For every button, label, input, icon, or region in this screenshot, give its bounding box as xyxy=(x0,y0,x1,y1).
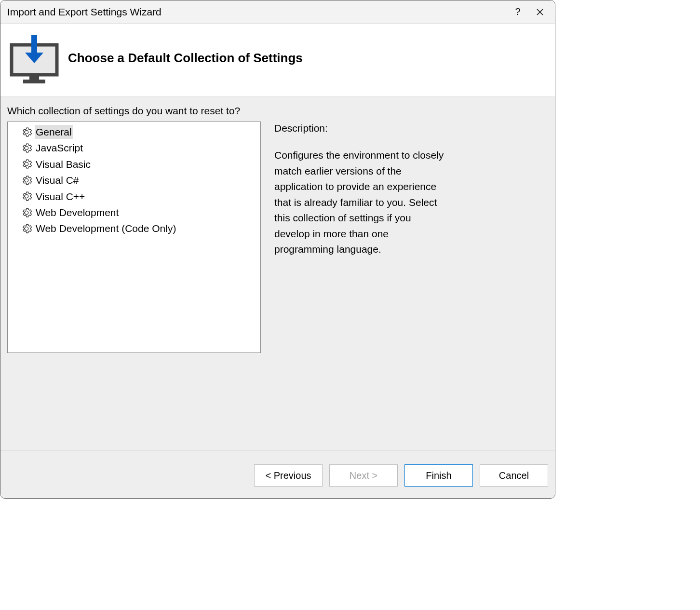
gear-icon xyxy=(21,127,32,137)
close-button[interactable] xyxy=(529,0,551,24)
list-item-visual-basic[interactable]: Visual Basic xyxy=(8,156,260,172)
content-columns: General JavaScript Visual Basic xyxy=(7,122,548,444)
list-item-web-development-code-only[interactable]: Web Development (Code Only) xyxy=(8,220,260,236)
titlebar: Import and Export Settings Wizard ? xyxy=(0,0,555,24)
page-heading: Choose a Default Collection of Settings xyxy=(68,51,303,66)
next-button: Next > xyxy=(329,464,398,487)
finish-button[interactable]: Finish xyxy=(404,464,473,487)
description-panel: Description: Configures the environment … xyxy=(274,122,548,444)
gear-icon xyxy=(21,223,32,234)
gear-icon xyxy=(21,191,32,202)
description-text: Configures the environment to closely ma… xyxy=(274,148,448,258)
wizard-dialog: Import and Export Settings Wizard ? Choo… xyxy=(0,0,555,499)
list-item-visual-csharp[interactable]: Visual C# xyxy=(8,172,260,188)
list-item-label: Web Development xyxy=(35,205,120,219)
list-item-web-development[interactable]: Web Development xyxy=(8,204,260,220)
list-item-general[interactable]: General xyxy=(8,124,260,140)
prompt-text: Which collection of settings do you want… xyxy=(7,105,548,117)
list-item-label: JavaScript xyxy=(35,141,84,155)
wizard-body: Which collection of settings do you want… xyxy=(0,96,555,450)
list-item-label: General xyxy=(35,125,73,139)
gear-icon xyxy=(21,175,32,186)
list-item-label: Visual C# xyxy=(35,173,80,187)
list-item-label: Visual C++ xyxy=(35,190,86,203)
header-icon-wrap xyxy=(0,31,68,84)
cancel-button[interactable]: Cancel xyxy=(480,464,548,487)
gear-icon xyxy=(21,159,32,169)
svg-rect-5 xyxy=(31,35,37,54)
description-title: Description: xyxy=(274,122,548,134)
help-button[interactable]: ? xyxy=(507,0,529,24)
svg-rect-3 xyxy=(29,76,39,80)
close-icon xyxy=(537,9,543,15)
window-title: Import and Export Settings Wizard xyxy=(7,6,507,18)
settings-collection-list[interactable]: General JavaScript Visual Basic xyxy=(7,122,261,353)
gear-icon xyxy=(21,143,32,153)
wizard-footer: < Previous Next > Finish Cancel xyxy=(0,450,555,498)
wizard-header: Choose a Default Collection of Settings xyxy=(0,24,555,96)
list-item-visual-cpp[interactable]: Visual C++ xyxy=(8,189,260,204)
list-item-label: Visual Basic xyxy=(35,157,92,171)
list-item-javascript[interactable]: JavaScript xyxy=(8,140,260,156)
import-monitor-icon xyxy=(8,31,61,84)
previous-button[interactable]: < Previous xyxy=(254,464,323,487)
list-item-label: Web Development (Code Only) xyxy=(35,221,177,235)
gear-icon xyxy=(21,207,32,218)
svg-rect-4 xyxy=(23,80,45,83)
